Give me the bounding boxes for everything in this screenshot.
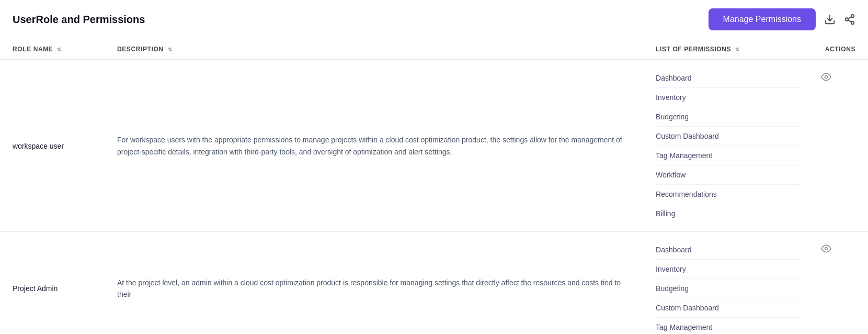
svg-line-5 [848, 17, 851, 19]
table-wrapper: ROLE NAME ⇅ DESCRIPTION ⇅ LIST OF PERMIS… [0, 39, 868, 334]
permission-item: Workflow [656, 165, 800, 185]
eye-icon [821, 72, 831, 82]
actions-cell [813, 60, 868, 232]
sort-icon-role: ⇅ [57, 47, 62, 52]
svg-point-6 [825, 76, 827, 79]
permission-item: Inventory [656, 260, 800, 279]
role-name-cell: workspace user [0, 60, 105, 232]
permission-item: Dashboard [656, 240, 800, 260]
table-header-row: ROLE NAME ⇅ DESCRIPTION ⇅ LIST OF PERMIS… [0, 39, 868, 60]
col-header-permissions[interactable]: LIST OF PERMISSIONS ⇅ [643, 39, 813, 60]
col-role-label: ROLE NAME [13, 46, 53, 53]
share-button[interactable] [844, 14, 855, 25]
svg-line-4 [848, 20, 851, 22]
header-actions: Manage Permissions [709, 8, 855, 30]
share-icon [844, 14, 855, 25]
permission-item: Recommendations [656, 185, 800, 204]
sort-icon-perms: ⇅ [735, 47, 740, 52]
permissions-table: ROLE NAME ⇅ DESCRIPTION ⇅ LIST OF PERMIS… [0, 39, 868, 334]
col-header-description[interactable]: DESCRIPTION ⇅ [105, 39, 643, 60]
permission-item: Custom Dashboard [656, 298, 800, 318]
download-button[interactable] [824, 14, 836, 25]
description-cell: For workspace users with the appropriate… [105, 60, 643, 232]
permission-item: Tag Management [656, 318, 800, 334]
table-row: Project AdminAt the project level, an ad… [0, 232, 868, 335]
role-name-cell: Project Admin [0, 232, 105, 335]
eye-icon [821, 243, 831, 254]
table-row: workspace userFor workspace users with t… [0, 60, 868, 232]
permission-item: Custom Dashboard [656, 127, 800, 146]
permissions-cell: DashboardInventoryBudgetingCustom Dashbo… [643, 60, 813, 232]
permission-item: Budgeting [656, 107, 800, 127]
permission-item: Tag Management [656, 146, 800, 165]
description-cell: At the project level, an admin within a … [105, 232, 643, 335]
col-actions-label: ACTIONS [825, 46, 855, 53]
download-icon [824, 14, 836, 25]
col-header-role[interactable]: ROLE NAME ⇅ [0, 39, 105, 60]
col-desc-label: DESCRIPTION [117, 46, 164, 53]
permission-item: Inventory [656, 88, 800, 107]
actions-cell [813, 232, 868, 335]
sort-icon-desc: ⇅ [168, 47, 173, 52]
col-perms-label: LIST OF PERMISSIONS [656, 46, 731, 53]
manage-permissions-button[interactable]: Manage Permissions [709, 8, 816, 30]
permission-item: Dashboard [656, 69, 800, 88]
page-title: UserRole and Permissions [13, 14, 145, 26]
permission-item: Billing [656, 204, 800, 223]
page-header: UserRole and Permissions Manage Permissi… [0, 0, 868, 39]
permissions-cell: DashboardInventoryBudgetingCustom Dashbo… [643, 232, 813, 335]
svg-point-7 [825, 248, 827, 250]
col-header-actions: ACTIONS [813, 39, 868, 60]
permission-item: Budgeting [656, 279, 800, 298]
view-button[interactable] [821, 243, 831, 254]
view-button[interactable] [821, 72, 831, 82]
